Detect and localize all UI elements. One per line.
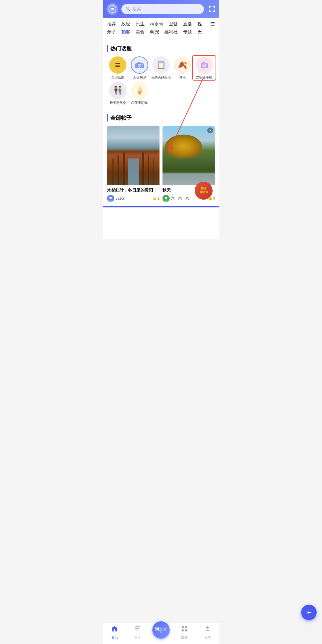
svg-point-21 bbox=[203, 65, 205, 66]
svg-rect-10 bbox=[115, 65, 120, 66]
svg-rect-11 bbox=[115, 66, 120, 67]
post-author-left: Jason bbox=[107, 195, 125, 202]
search-icon: 🔍 bbox=[126, 7, 131, 11]
post-likes-left: 👍 1 bbox=[152, 196, 160, 201]
author-name-left: Jason bbox=[116, 196, 125, 201]
search-bar[interactable]: 🔍 搜索 bbox=[121, 4, 204, 14]
svg-text:📋: 📋 bbox=[156, 60, 166, 70]
nav-item-tian[interactable]: 天 bbox=[197, 29, 202, 36]
post-title-left: 水杉红叶，冬日里的暖阳！ bbox=[107, 187, 160, 193]
nav-row-1: 推荐 政经 民生 桐乡号 卫健 直播 视 ☰ bbox=[107, 21, 215, 27]
post-meta-left: Jason 👍 1 bbox=[107, 195, 160, 202]
post-image-left bbox=[107, 126, 160, 185]
svg-rect-4 bbox=[214, 6, 215, 8]
topic-item-meihao[interactable]: 📋 我的美好生活 bbox=[150, 56, 172, 79]
topic-item-wenming[interactable]: 文明随手拍 bbox=[193, 56, 215, 79]
svg-text:🍂: 🍂 bbox=[178, 60, 188, 70]
nav-item-shi[interactable]: 视 bbox=[197, 21, 202, 27]
logo[interactable] bbox=[106, 3, 118, 15]
topic-label-bailang: 白荡漾朗诵 bbox=[131, 101, 148, 105]
topic-icon-wenming bbox=[196, 56, 213, 74]
topic-icon-all bbox=[109, 56, 126, 74]
svg-text:🍦: 🍦 bbox=[135, 85, 145, 95]
progress-bar bbox=[103, 206, 219, 207]
svg-rect-9 bbox=[115, 63, 120, 64]
nav-item-weijian[interactable]: 卫健 bbox=[169, 21, 178, 27]
app-header: 🔍 搜索 bbox=[103, 0, 219, 18]
topic-icon-icecream: 🍦 bbox=[131, 82, 148, 99]
svg-point-14 bbox=[139, 65, 140, 67]
author-avatar-right bbox=[162, 195, 170, 202]
nav-item-meishi[interactable]: 美食 bbox=[136, 29, 145, 36]
svg-point-16 bbox=[142, 64, 143, 65]
red-packet-bottom: 领红包 bbox=[200, 191, 208, 194]
topic-item-all[interactable]: 全部话题 bbox=[107, 56, 129, 79]
svg-point-23 bbox=[206, 64, 207, 64]
nav-item-zhuanti[interactable]: 专题 bbox=[183, 29, 192, 36]
nav-item-minsheng[interactable]: 民生 bbox=[136, 21, 145, 27]
hot-topics-title: 热门话题 bbox=[107, 45, 215, 52]
topic-label-wenming: 文明随手拍 bbox=[196, 76, 212, 79]
author-name-right: 六一六一六 bbox=[171, 196, 189, 201]
post-author-right: 六一六一六 bbox=[162, 195, 189, 202]
topic-icon-camera bbox=[131, 56, 148, 74]
topics-grid: 全部话题 大美桐乡 � bbox=[107, 56, 215, 105]
svg-text:👫: 👫 bbox=[113, 85, 123, 95]
posts-grid: 水杉红叶，冬日里的暖阳！ Jason 👍 bbox=[107, 126, 215, 202]
author-avatar-left bbox=[107, 195, 114, 202]
likes-count-right: 0 bbox=[213, 196, 215, 201]
posts-section: 全部帖子 水杉红叶，冬日里的暖阳！ bbox=[103, 110, 219, 206]
svg-rect-6 bbox=[209, 10, 210, 12]
nav-item-fulishe[interactable]: 福利社 bbox=[164, 29, 178, 36]
topic-item-bailang[interactable]: 🍦 白荡漾朗诵 bbox=[129, 82, 150, 105]
topic-label-xunqiu: 寻秋 bbox=[179, 76, 186, 79]
post-card-left[interactable]: 水杉红叶，冬日里的暖阳！ Jason 👍 bbox=[107, 126, 160, 202]
topic-item-xunqiu[interactable]: 🍂 寻秋 bbox=[172, 56, 193, 79]
topic-item-dameii[interactable]: 大美桐乡 bbox=[129, 56, 150, 79]
svg-rect-2 bbox=[209, 6, 210, 8]
post-card-right[interactable]: 阅读 领红包 ✕ 秋天 bbox=[162, 126, 215, 202]
topic-label-zuimei: 最美忘年交 bbox=[110, 101, 126, 105]
topic-icon-pair: 👫 bbox=[109, 82, 126, 99]
post-image-right bbox=[162, 126, 215, 185]
posts-title: 全部帖子 bbox=[107, 114, 215, 121]
nav-tabs: 推荐 政经 民生 桐乡号 卫健 直播 视 ☰ 亲子 拍客 美食 萌宠 福利社 专… bbox=[103, 18, 219, 38]
hot-topics-section: 热门话题 全部话题 bbox=[103, 41, 219, 108]
topic-icon-autumn: 🍂 bbox=[174, 56, 191, 74]
svg-rect-15 bbox=[138, 62, 140, 64]
nav-more-icon[interactable]: ☰ bbox=[210, 21, 215, 27]
nav-item-mengchong[interactable]: 萌宠 bbox=[150, 29, 159, 36]
nav-item-zhibo[interactable]: 直播 bbox=[183, 21, 192, 27]
red-packet-overlay[interactable]: 阅读 领红包 bbox=[195, 182, 213, 200]
fullscreen-button[interactable] bbox=[207, 5, 216, 13]
red-packet-top: 阅读 bbox=[201, 187, 206, 191]
topic-label-all: 全部话题 bbox=[111, 76, 124, 79]
svg-rect-8 bbox=[214, 10, 215, 12]
nav-row-2: 亲子 拍客 美食 萌宠 福利社 专题 天 bbox=[107, 29, 215, 36]
nav-item-tongxianghao[interactable]: 桐乡号 bbox=[150, 21, 163, 27]
topic-item-zuimei[interactable]: 👫 最美忘年交 bbox=[107, 82, 129, 105]
nav-item-paike[interactable]: 拍客 bbox=[121, 29, 130, 36]
topic-label-meihao: 我的美好生活 bbox=[151, 76, 171, 79]
svg-rect-22 bbox=[202, 62, 205, 63]
topic-label-dameii: 大美桐乡 bbox=[133, 76, 146, 79]
svg-point-29 bbox=[165, 197, 167, 199]
likes-count-left: 1 bbox=[157, 196, 160, 201]
search-placeholder: 搜索 bbox=[132, 6, 141, 12]
nav-item-zhengJing[interactable]: 政经 bbox=[121, 21, 130, 27]
topic-icon-calendar: 📋 bbox=[152, 56, 170, 74]
nav-item-tuijian[interactable]: 推荐 bbox=[107, 21, 116, 27]
nav-item-qinzi[interactable]: 亲子 bbox=[107, 29, 116, 36]
red-packet[interactable]: 阅读 领红包 bbox=[195, 182, 213, 200]
svg-point-27 bbox=[109, 197, 112, 199]
thumb-icon-left: 👍 bbox=[152, 196, 157, 201]
